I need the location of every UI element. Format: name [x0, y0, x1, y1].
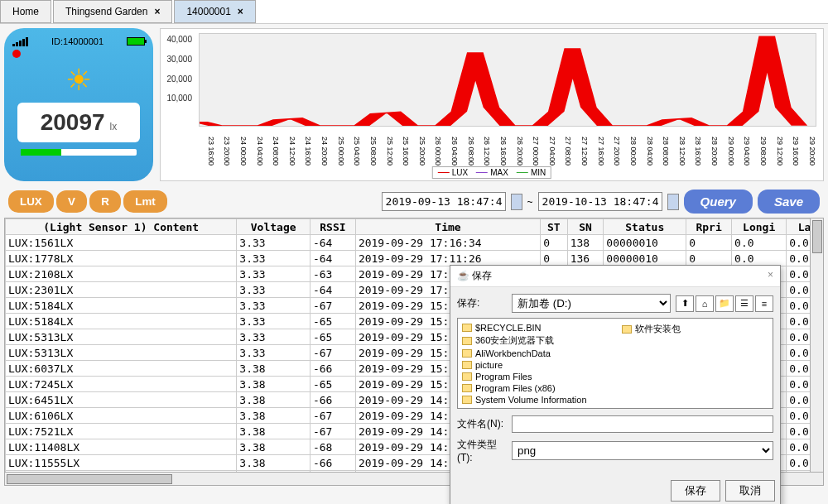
save-in-dropdown[interactable]: 新加卷 (D:): [512, 294, 671, 313]
lux-mode-button[interactable]: LUX: [8, 190, 54, 213]
file-item[interactable]: 软件安装包: [621, 322, 681, 336]
column-header[interactable]: Voltage: [237, 219, 310, 235]
tab-thingsend-garden[interactable]: Thingsend Garden×: [53, 0, 172, 23]
table-vscrollbar[interactable]: [810, 218, 823, 472]
folder-icon: [462, 324, 472, 332]
table-cell: 3.38: [237, 377, 310, 392]
table-cell: LUX:6451LX: [6, 392, 237, 408]
column-header[interactable]: RSSI: [310, 219, 355, 235]
file-item[interactable]: $RECYCLE.BIN: [461, 322, 588, 334]
file-item[interactable]: Program Files (x86): [461, 382, 588, 394]
table-cell: -63: [310, 266, 355, 282]
file-item[interactable]: picture: [461, 359, 588, 371]
top-panel: ID:14000001 ☀ 20097lx 10,00020,00030,000…: [0, 24, 828, 185]
column-header[interactable]: Rpri: [686, 219, 732, 235]
dialog-close-button[interactable]: ×: [768, 269, 773, 283]
table-cell: 2019-09-29 17:11:26: [355, 251, 540, 266]
tab-close-icon[interactable]: ×: [154, 6, 160, 17]
file-list[interactable]: $RECYCLE.BIN360安全浏览器下载AliWorkbenchDatapi…: [457, 318, 773, 409]
date-from-picker-button[interactable]: [511, 194, 522, 210]
date-from-input[interactable]: [382, 192, 506, 211]
table-cell: 3.33: [237, 314, 310, 329]
list-view-button[interactable]: ☰: [735, 295, 753, 312]
file-item[interactable]: AliWorkbenchData: [461, 348, 588, 359]
tab-close-icon[interactable]: ×: [238, 6, 243, 17]
file-item[interactable]: 360安全浏览器下载: [461, 334, 588, 348]
file-item[interactable]: System Volume Information: [461, 394, 588, 406]
table-cell: -67: [310, 408, 355, 424]
home-button[interactable]: ⌂: [696, 295, 714, 312]
table-cell: 3.38: [237, 424, 310, 439]
table-cell: LUX:5184LX: [6, 314, 237, 329]
tabs-bar: HomeThingsend Garden×14000001×: [0, 0, 828, 24]
date-to-picker-button[interactable]: [667, 194, 679, 210]
table-cell: LUX:6106LX: [6, 408, 237, 424]
filetype-dropdown[interactable]: png: [512, 441, 773, 460]
table-cell: 0: [686, 251, 732, 266]
folder-icon: [462, 384, 472, 392]
column-header[interactable]: ST: [541, 219, 567, 235]
sensor-id: ID:14000001: [51, 36, 104, 46]
table-cell: LUX:5313LX: [6, 329, 237, 345]
column-header[interactable]: Time: [355, 219, 540, 235]
query-button[interactable]: Query: [684, 190, 753, 214]
table-cell: 0: [686, 235, 732, 251]
table-cell: LUX:11555LX: [6, 455, 237, 471]
table-cell: -65: [310, 329, 355, 345]
table-cell: 3.38: [237, 408, 310, 424]
dialog-save-button[interactable]: 保存: [671, 480, 720, 502]
table-cell: LUX:2108LX: [6, 266, 237, 282]
filename-input[interactable]: [512, 415, 773, 433]
table-cell: 0: [541, 235, 567, 251]
save-dialog: ☕ 保存 × 保存: 新加卷 (D:) ⬆ ⌂ 📁 ☰ ≡ $RECYCLE.B…: [450, 265, 781, 504]
table-cell: -67: [310, 424, 355, 439]
tab-home[interactable]: Home: [0, 0, 51, 23]
save-button[interactable]: Save: [758, 190, 820, 214]
battery-icon: [127, 37, 145, 46]
table-cell: LUX:2301LX: [6, 282, 237, 298]
save-in-label: 保存:: [457, 296, 507, 310]
file-item[interactable]: Program Files: [461, 371, 588, 382]
table-cell: LUX:7521LX: [6, 424, 237, 439]
table-cell: 3.38: [237, 455, 310, 471]
lmt-mode-button[interactable]: Lmt: [123, 190, 166, 213]
table-cell: 00000010: [604, 235, 686, 251]
folder-icon: [462, 372, 472, 381]
date-to-input[interactable]: [538, 192, 662, 211]
column-header[interactable]: (Light Sensor 1) Content: [6, 219, 237, 235]
folder-icon: [462, 361, 472, 369]
column-header[interactable]: Status: [604, 219, 686, 235]
signal-icon: [12, 37, 28, 46]
table-cell: LUX:1561LX: [6, 235, 237, 251]
column-header[interactable]: SN: [567, 219, 604, 235]
tab-label: Thingsend Garden: [65, 6, 147, 17]
table-cell: 3.38: [237, 361, 310, 377]
table-cell: -64: [310, 282, 355, 298]
table-cell: 00000010: [604, 251, 686, 266]
new-folder-button[interactable]: 📁: [715, 295, 734, 312]
table-row[interactable]: LUX:1561LX3.33-642019-09-29 17:16:340138…: [6, 235, 823, 251]
table-cell: -67: [310, 298, 355, 314]
table-row[interactable]: LUX:1778LX3.33-642019-09-29 17:11:260136…: [6, 251, 823, 266]
table-cell: 0.0: [732, 235, 787, 251]
table-cell: -64: [310, 251, 355, 266]
detail-view-button[interactable]: ≡: [755, 295, 773, 312]
table-cell: LUX:5184LX: [6, 298, 237, 314]
dialog-cancel-button[interactable]: 取消: [725, 480, 775, 502]
v-mode-button[interactable]: V: [56, 190, 87, 213]
sensor-card: ID:14000001 ☀ 20097lx: [4, 28, 153, 181]
record-indicator-icon: [12, 50, 21, 58]
column-header[interactable]: Longi: [732, 219, 787, 235]
table-cell: -66: [310, 392, 355, 408]
tab-14000001[interactable]: 14000001×: [174, 0, 255, 23]
up-folder-button[interactable]: ⬆: [676, 295, 694, 312]
table-cell: 3.38: [237, 392, 310, 408]
table-cell: -66: [310, 455, 355, 471]
dialog-title: 保存: [472, 270, 492, 281]
table-cell: LUX:7245LX: [6, 377, 237, 392]
table-cell: 3.33: [237, 251, 310, 266]
controls-bar: LUX V R Lmt ~ Query Save: [0, 185, 828, 218]
table-cell: 3.33: [237, 266, 310, 282]
r-mode-button[interactable]: R: [89, 190, 121, 213]
table-cell: 0.0: [732, 251, 787, 266]
